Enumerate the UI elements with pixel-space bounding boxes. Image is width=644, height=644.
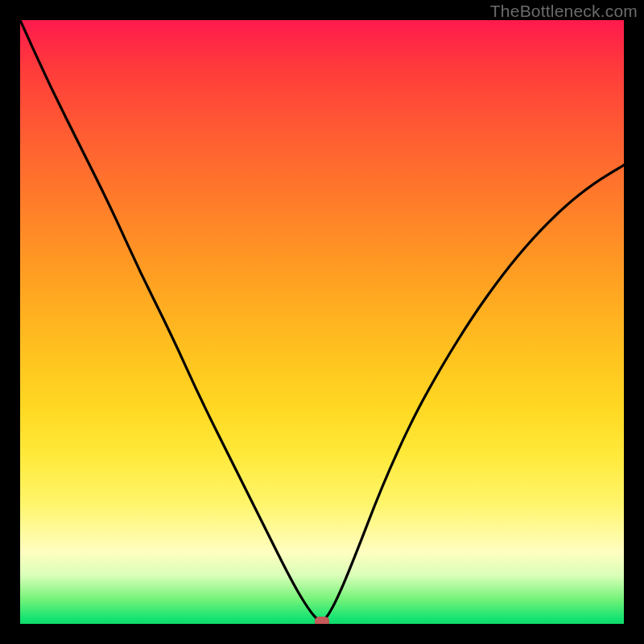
curve-svg	[20, 20, 624, 624]
plot-area	[20, 20, 624, 624]
optimum-marker	[315, 617, 329, 624]
chart-frame: TheBottleneck.com	[0, 0, 644, 644]
bottleneck-curve-path	[20, 20, 624, 621]
watermark-text: TheBottleneck.com	[490, 2, 638, 21]
